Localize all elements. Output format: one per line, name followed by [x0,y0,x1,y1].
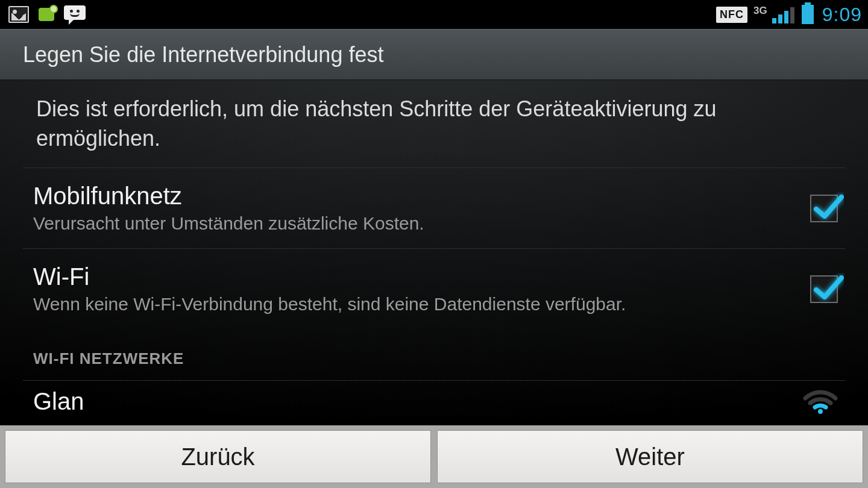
status-bar-left [8,5,86,23]
content-area: Dies ist erforderlich, um die nächsten S… [0,80,868,425]
page-title: Legen Sie die Internetverbindung fest [23,42,383,67]
bottom-button-bar: Zurück Weiter [0,425,868,488]
wifi-signal-icon [803,389,838,415]
android-notification-icon [36,6,57,23]
option-subtitle: Wenn keine Wi-Fi-Verbindung besteht, sin… [33,294,786,314]
option-title: Mobilfunknetz [33,183,786,210]
status-bar-right: NFC 3G 9:09 [716,4,862,26]
page-title-bar: Legen Sie die Internetverbindung fest [0,29,868,80]
option-texts: Mobilfunknetz Verursacht unter Umständen… [33,183,810,234]
option-subtitle: Verursacht unter Umständen zusätzliche K… [33,213,786,234]
intro-text: Dies ist erforderlich, um die nächsten S… [0,89,868,167]
messaging-notification-icon [64,5,86,23]
network-type-label: 3G [753,5,767,17]
next-button-label: Weiter [615,443,685,471]
back-button[interactable]: Zurück [5,430,431,483]
clock-label: 9:09 [822,4,862,26]
wifi-checkbox[interactable] [810,275,838,303]
mobile-network-checkbox[interactable] [810,195,838,222]
option-row-mobile-network[interactable]: Mobilfunknetz Verursacht unter Umständen… [0,168,868,248]
battery-icon [802,5,814,24]
gallery-notification-icon [8,6,29,23]
wifi-networks-section-header: WI-FI NETZWERKE [0,329,868,380]
wifi-network-name: Glan [33,388,84,415]
nfc-icon: NFC [716,7,747,23]
svg-point-0 [818,409,823,414]
back-button-label: Zurück [181,443,254,471]
option-texts: Wi-Fi Wenn keine Wi-Fi-Verbindung besteh… [33,263,810,314]
status-bar: NFC 3G 9:09 [0,0,868,29]
option-title: Wi-Fi [33,263,786,290]
signal-strength-icon [772,5,794,23]
option-row-wifi[interactable]: Wi-Fi Wenn keine Wi-Fi-Verbindung besteh… [0,249,868,329]
wifi-network-row[interactable]: Glan [0,381,868,415]
next-button[interactable]: Weiter [437,430,863,483]
